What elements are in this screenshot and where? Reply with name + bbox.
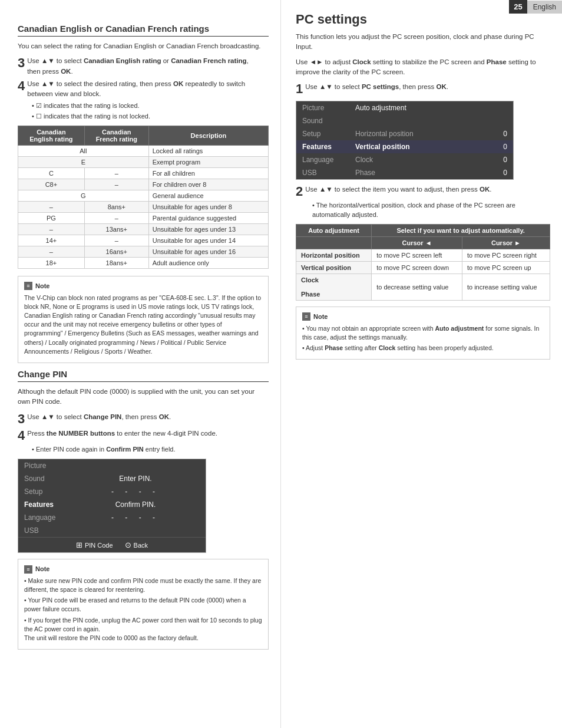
pc-row-vpos-label: Vertical position [296,262,372,274]
pc-note-label: Note [313,312,328,322]
pin-menu-sound: Sound Enter PIN. [18,472,206,485]
pc-note-bullet1: • You may not obtain an appropriate scre… [302,324,544,342]
section1-title: Canadian English or Canadian French rati… [18,24,269,37]
pc-table-h2: Select if you want to adjust automatical… [372,225,550,237]
ratings-cell: – [84,213,148,224]
pin-bullet-confirm: Enter PIN code again in Confirm PIN entr… [32,445,269,454]
pc-table-cursor-left: Cursor ◄ [372,237,462,249]
note-icon-2: ≡ [24,565,32,574]
step3-text: Use ▲▼ to select Canadian English rating… [27,56,262,77]
pc-row-clock-left: to decrease setting value [372,274,462,301]
pc-table-h3 [296,237,372,249]
pc-row-vpos: Vertical position to move PC screen down… [296,262,550,274]
section1-para: You can select the rating for Canadian E… [18,41,269,51]
ratings-cell: 13ans+ [84,224,148,235]
pc-table-cursor-right: Cursor ► [462,237,550,249]
step4-bullets: ☑ indicates that the rating is locked. ☐… [32,101,269,121]
ratings-cell: – [84,168,148,179]
pin-step3-row: 3 Use ▲▼ to select Change PIN, then pres… [18,412,269,426]
pc-menu-sound: Sound [296,114,513,127]
ratings-cell: – [18,246,85,258]
note-header-2: ≡ Note [24,564,262,574]
pin-step3-text: Use ▲▼ to select Change PIN, then press … [27,412,262,422]
pin-step4-text: Press the NUMBER buttons to enter the ne… [27,429,262,439]
ratings-table: CanadianEnglish rating CanadianFrench ra… [18,126,269,269]
ratings-cell: General audience [148,190,268,202]
ratings-cell: PG [18,213,85,224]
ratings-cell: 8ans+ [84,202,148,213]
note-box-1: ≡ Note The V-Chip can block non rated pr… [18,276,269,363]
page-badge: 25 English [509,0,562,14]
pin-step3-num: 3 [18,412,25,426]
pc-row-clock: ClockPhase to decrease setting value to … [296,274,550,301]
pc-note-header: ≡ Note [302,312,544,322]
pc-menu-features: Features Vertical position 0 [296,140,513,153]
left-column: Canadian English or Canadian French rati… [0,0,281,728]
section2-para: Although the default PIN code (0000) is … [18,387,269,407]
pin-menu-language: Language - - - - [18,511,206,524]
step4-text: Use ▲▼ to select the desired rating, the… [27,79,262,100]
ratings-cell: C [18,168,85,179]
ratings-cell: Unsuitable for ages under 16 [148,246,268,258]
pc-row-vpos-right: to move PC screen up [462,262,550,274]
step3-num: 3 [18,56,25,70]
ratings-cell: E [18,157,149,168]
pc-menu-picture: Picture Auto adjustment [296,101,513,114]
page-number: 25 [509,0,527,14]
pin-step4-row: 4 Press the NUMBER buttons to enter the … [18,429,269,443]
ratings-cell: All [18,146,149,157]
pc-para1: This function lets you adjust the PC scr… [296,32,550,52]
pc-row-hpos: Horizontal position to move PC screen le… [296,249,550,262]
ratings-cell: 18+ [18,258,85,269]
ratings-cell: Unsuitable for ages under 8 [148,202,268,213]
bullet-locked: ☑ indicates that the rating is locked. [32,101,269,110]
table-header-french: CanadianFrench rating [84,126,148,146]
pc-step1-row: 1 Use ▲▼ to select PC settings, then pre… [296,82,550,96]
pin-menu-usb: USB [18,524,206,537]
ratings-cell: Unsuitable for ages under 13 [148,224,268,235]
ratings-cell: Adult audience only [148,258,268,269]
pc-adjustment-table: Auto adjustment Select if you want to ad… [296,224,550,301]
pin-menu-picture: Picture [18,459,206,472]
pin-menu-footer: ⊞ PIN Code ⊙ Back [18,537,206,552]
ratings-cell: 18ans+ [84,258,148,269]
ratings-cell: Unsuitable for ages under 14 [148,235,268,246]
table-header-english: CanadianEnglish rating [18,126,85,146]
pc-note-bullet2: • Adjust Phase setting after Clock setti… [302,344,544,353]
pc-menu-setup: Setup Horizontal position 0 [296,127,513,140]
pc-step2-bullet1: The horizontal/vertical position, clock … [312,201,550,219]
pc-step2-bullets: The horizontal/vertical position, clock … [312,201,550,219]
pc-menu-language: Language Clock 0 [296,153,513,166]
step4-row: 4 Use ▲▼ to select the desired rating, t… [18,79,269,100]
step3-row: 3 Use ▲▼ to select Canadian English rati… [18,56,269,77]
bullet-notlocked: ☐ indicates that the rating is not locke… [32,112,269,121]
ratings-cell: For children over 8 [148,179,268,190]
section2-title: Change PIN [18,369,269,382]
pin-footer-pincode: ⊞ PIN Code [76,541,113,549]
pc-section-title: PC settings [296,12,550,27]
pin-step4-bullets: Enter PIN code again in Confirm PIN entr… [32,445,269,454]
pc-note-icon: ≡ [302,312,310,321]
page-language: English [527,1,562,14]
ratings-cell: For all children [148,168,268,179]
pc-row-hpos-right: to move PC screen right [462,249,550,262]
pin-step4-num: 4 [18,429,25,443]
pc-table-h1: Auto adjustment [296,225,372,237]
right-column: PC settings This function lets you adjus… [281,0,562,728]
note-label-2: Note [35,564,49,574]
pin-menu-setup: Setup - - - - [18,485,206,498]
ratings-cell: – [84,179,148,190]
note-text-1: The V-Chip can block non rated programs … [24,294,262,357]
pc-note-box: ≡ Note • You may not obtain an appropria… [296,307,550,360]
step4-num: 4 [18,79,25,93]
note-box-2: ≡ Note • Make sure new PIN code and conf… [18,559,269,650]
ratings-cell: Exempt program [148,157,268,168]
ratings-cell: C8+ [18,179,85,190]
pc-menu-usb: USB Phase 0 [296,166,513,179]
pc-step1-text: Use ▲▼ to select PC settings, then press… [305,82,543,92]
ratings-cell: – [18,224,85,235]
note-header-1: ≡ Note [24,281,262,291]
pc-row-hpos-left: to move PC screen left [372,249,462,262]
pin-menu-box: Picture Sound Enter PIN. Setup - - - - F… [18,459,206,553]
pc-row-hpos-label: Horizontal position [296,249,372,262]
